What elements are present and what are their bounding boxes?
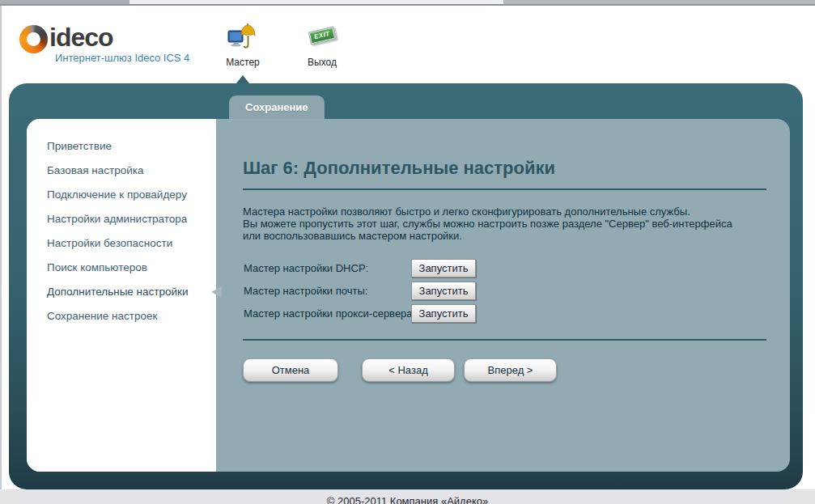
nav-exit-label: Выход — [296, 57, 348, 68]
copyright-text: © 2005-2011 Компания «Айдеко» — [0, 495, 815, 504]
sidebar-item-welcome[interactable]: Приветствие — [27, 134, 216, 159]
sidebar-item-label: Подключение к провайдеру — [47, 188, 187, 201]
proxy-wizard-run-button[interactable]: Запустить — [411, 304, 476, 323]
exit-ticket-text: EXIT — [308, 27, 337, 45]
sidebar-item-label: Сохранение настроек — [47, 310, 157, 322]
logo-subtitle: Интернет-шлюз Ideco ICS 4 — [55, 52, 189, 64]
back-button[interactable]: < Назад — [362, 358, 455, 382]
tab-save[interactable]: Сохранение — [229, 95, 325, 120]
page-title: Шаг 6: Дополнительные настройки — [243, 158, 555, 179]
sidebar-item-label: Настройки администратора — [47, 213, 187, 225]
active-section-pointer-icon — [236, 75, 249, 83]
step-content: Шаг 6: Дополнительные настройки Мастера … — [216, 119, 790, 472]
exit-icon: EXIT — [296, 23, 348, 52]
forward-button[interactable]: Вперед > — [464, 358, 557, 382]
sidebar-item-additional-settings[interactable]: Дополнительные настройки — [27, 280, 216, 304]
footer: © 2005-2011 Компания «Айдеко» — [0, 489, 815, 504]
logo-wordmark: ideco — [49, 23, 113, 53]
window-left-edge — [0, 6, 2, 504]
chrome-border-line — [0, 4, 815, 6]
sidebar-item-computer-search[interactable]: Поиск компьютеров — [27, 256, 216, 280]
mail-wizard-label: Мастер настройки почты: — [244, 285, 367, 297]
sidebar-item-label: Настройки безопасности — [47, 237, 172, 249]
sidebar-item-label: Приветствие — [47, 140, 112, 152]
mail-wizard-run-button[interactable]: Запустить — [411, 282, 476, 300]
browser-chrome-strip — [0, 0, 815, 6]
wizard-icon — [217, 23, 269, 52]
sidebar-item-basic-setup[interactable]: Базовая настройка — [27, 159, 216, 183]
dhcp-wizard-run-button[interactable]: Запустить — [411, 259, 476, 277]
dhcp-wizard-label: Мастер настройки DHCP: — [244, 262, 368, 274]
sidebar-item-admin-settings[interactable]: Настройки администратора — [27, 207, 216, 231]
intro-line: Мастера настройки позволяют быстро и лег… — [243, 205, 732, 218]
nav-wizard-label: Мастер — [217, 57, 269, 68]
cancel-button[interactable]: Отмена — [243, 358, 338, 382]
sidebar-item-provider-connection[interactable]: Подключение к провайдеру — [27, 183, 216, 207]
main-container: Сохранение Приветствие Базовая настройка… — [9, 83, 803, 489]
sidebar-item-security-settings[interactable]: Настройки безопасности — [27, 231, 216, 256]
wizard-panel: Приветствие Базовая настройка Подключени… — [27, 119, 790, 472]
proxy-wizard-label: Мастер настройки прокси-сервера: — [244, 307, 415, 320]
intro-line: или воспользовавшись мастером настройки. — [243, 230, 732, 242]
sidebar-item-label: Дополнительные настройки — [47, 286, 189, 298]
nav-wizard-button[interactable]: Мастер — [217, 23, 269, 68]
wizard-steps-sidebar: Приветствие Базовая настройка Подключени… — [27, 119, 216, 472]
intro-paragraph: Мастера настройки позволяют быстро и лег… — [243, 205, 732, 242]
title-divider — [243, 188, 766, 190]
actions-divider — [243, 339, 766, 341]
sidebar-item-save-settings[interactable]: Сохранение настроек — [27, 304, 216, 328]
sidebar-item-label: Поиск компьютеров — [47, 261, 147, 273]
ideco-logo-icon — [19, 25, 48, 53]
sidebar-item-label: Базовая настройка — [47, 164, 144, 176]
nav-exit-button[interactable]: EXIT Выход — [296, 23, 348, 68]
intro-line: Вы можете пропустить этот шаг, службы мо… — [243, 218, 732, 230]
